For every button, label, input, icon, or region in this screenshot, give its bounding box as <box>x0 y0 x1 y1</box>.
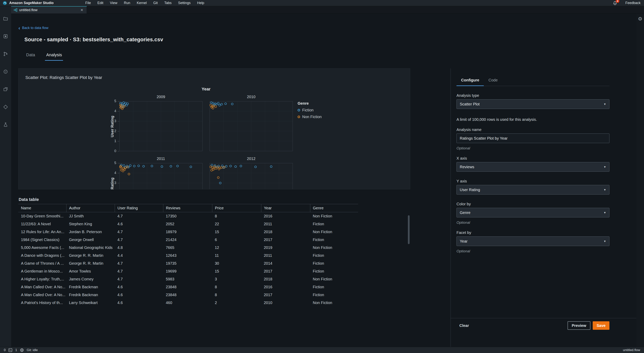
git-icon[interactable] <box>3 52 8 56</box>
chart-legend: Genre FictionNon Fiction <box>298 101 322 119</box>
caret-down-icon: ▼ <box>604 102 606 106</box>
column-header: Year <box>261 204 310 212</box>
caret-down-icon: ▼ <box>604 240 606 243</box>
table-row: A Man Called Ove: A No...Fredrik Backman… <box>18 291 358 299</box>
globe-icon[interactable] <box>20 348 24 352</box>
table-row: 12 Rules for Life: An An...Jordan B. Pet… <box>18 228 358 236</box>
y-tick-mark <box>118 163 119 163</box>
running-kernels-icon[interactable] <box>3 34 8 39</box>
back-to-data-flow-link[interactable]: ‹ Back to data flow <box>18 26 48 30</box>
table-row: A Game of Thrones / A ...George R. R. Ma… <box>18 260 358 267</box>
facet-grid: Year User Rating User Rating Genre Ficti… <box>18 68 410 189</box>
table-row: 5,000 Awesome Facts (...National Geograp… <box>18 244 358 252</box>
table-row: 10-Day Green Smoothi...JJ Smith4.7173508… <box>18 212 358 220</box>
analysis-type-select[interactable]: Scatter Plot ▼ <box>456 99 610 109</box>
menu-view[interactable]: View <box>107 1 121 5</box>
y-tick-mark <box>118 173 119 173</box>
flow-file-icon <box>14 8 17 12</box>
table-row: A Patriot's History of th...Larry Schwei… <box>18 299 358 307</box>
analysis-name-label: Analysis name <box>456 128 610 132</box>
caret-down-icon: ▼ <box>604 188 606 191</box>
menubar-items: FileEditViewRunKernelGitTabsSettingsHelp <box>82 1 208 5</box>
x-axis-label: X axis <box>456 156 610 160</box>
configure-panel: Configure Code Analysis type Scatter Plo… <box>450 68 636 347</box>
right-utility-strip: ⚙ <box>636 14 644 347</box>
terminals-count[interactable]: 0 <box>4 348 6 352</box>
save-button[interactable]: Save <box>593 321 610 330</box>
caret-down-icon: ▼ <box>604 165 606 168</box>
terminal-icon[interactable] <box>8 348 12 352</box>
optional-hint-color: Optional <box>456 220 610 225</box>
x-axis-select[interactable]: Reviews ▼ <box>456 162 610 172</box>
tab-close-icon[interactable]: × <box>80 8 84 12</box>
facet-by-select[interactable]: Year ▼ <box>456 236 610 246</box>
analysis-type-label: Analysis type <box>456 93 610 98</box>
vertical-scrollbar-thumb[interactable] <box>408 215 410 244</box>
folder-icon[interactable] <box>3 16 8 21</box>
y-axis-label: Y axis <box>456 179 610 184</box>
kernels-count[interactable]: 1 <box>15 348 17 352</box>
menu-settings[interactable]: Settings <box>175 1 194 5</box>
preview-button[interactable]: Preview <box>568 321 590 330</box>
y-tick-label: 0 <box>106 149 116 153</box>
components-icon[interactable] <box>3 104 8 110</box>
tab-analysis[interactable]: Analysis <box>45 52 63 61</box>
tab-configure[interactable]: Configure <box>456 77 484 86</box>
panel-tabs: Configure Code <box>456 77 610 86</box>
tab-data[interactable]: Data <box>25 52 36 61</box>
table-row: A Stolen Life: A MemoirJaycee Dugard4.64… <box>18 307 358 309</box>
menu-edit[interactable]: Edit <box>94 1 107 5</box>
menubar-right: 4 Feedback <box>613 1 640 6</box>
feedback-link[interactable]: Feedback <box>625 1 640 5</box>
y-tick-mark <box>118 121 119 122</box>
column-header: Author <box>66 204 115 212</box>
table-row: A Dance with Dragons (...George R. R. Ma… <box>18 252 358 260</box>
color-by-label: Color by <box>456 202 610 206</box>
tab-untitled-flow[interactable]: untitled.flow × <box>11 6 87 14</box>
color-by-select[interactable]: Genre ▼ <box>456 208 610 218</box>
table-row: A Gentleman in Mosco...Amor Towles4.7196… <box>18 267 358 275</box>
analysis-type-value: Scatter Plot <box>460 102 480 106</box>
menu-kernel[interactable]: Kernel <box>134 1 150 5</box>
commands-icon[interactable] <box>3 69 8 74</box>
view-tabs: Data Analysis <box>25 52 72 61</box>
menu-help[interactable]: Help <box>194 1 208 5</box>
y-tick-label: 5 <box>106 161 116 165</box>
column-header: User Rating <box>115 204 163 212</box>
statusbar-filename: untitled.flow <box>623 348 640 352</box>
y-tick-label: 3 <box>106 119 116 123</box>
column-header: Name <box>18 204 66 212</box>
y-tick-mark <box>118 111 119 112</box>
facet-by-value: Year <box>460 239 468 244</box>
tab-label: untitled.flow <box>19 8 80 12</box>
menu-run[interactable]: Run <box>121 1 134 5</box>
data-table-head: NameAuthorUser RatingReviewsPriceYearGen… <box>18 204 358 212</box>
x-axis-value: Reviews <box>460 165 474 169</box>
menu-git[interactable]: Git <box>150 1 161 5</box>
facet-label-2011: 2011 <box>119 156 202 161</box>
notifications-button[interactable]: 4 <box>613 1 617 6</box>
tab-code[interactable]: Code <box>484 77 502 86</box>
gear-icon[interactable]: ⚙ <box>636 16 644 22</box>
table-row: A Higher Loyalty: Truth,...James Comey4.… <box>18 275 358 283</box>
back-chevron-icon: ‹ <box>18 26 20 30</box>
scatter-plot-2012 <box>210 163 293 189</box>
facet-label-2009: 2009 <box>119 95 202 99</box>
legend-title: Genre <box>298 101 322 106</box>
y-tick-label: 3 <box>106 181 116 185</box>
status-bar: 0 1 Git: idle untitled.flow <box>0 347 644 353</box>
y-axis-select[interactable]: User Rating ▼ <box>456 185 610 194</box>
experiments-icon[interactable] <box>3 122 8 127</box>
menu-tabs[interactable]: Tabs <box>161 1 175 5</box>
open-tabs-icon[interactable] <box>3 87 8 92</box>
data-table-heading: Data table <box>19 197 39 202</box>
y-tick-label: 4 <box>106 109 116 113</box>
menu-file[interactable]: File <box>82 1 94 5</box>
git-status[interactable]: Git: idle <box>27 348 38 352</box>
clear-button[interactable]: Clear <box>459 324 469 328</box>
analysis-name-input[interactable] <box>456 134 610 143</box>
scatter-plot-2009 <box>119 101 202 151</box>
menubar: Amazon SageMaker Studio FileEditViewRunK… <box>0 0 644 6</box>
scatter-plot-2010 <box>210 101 293 151</box>
y-tick-label: 1 <box>106 139 116 143</box>
